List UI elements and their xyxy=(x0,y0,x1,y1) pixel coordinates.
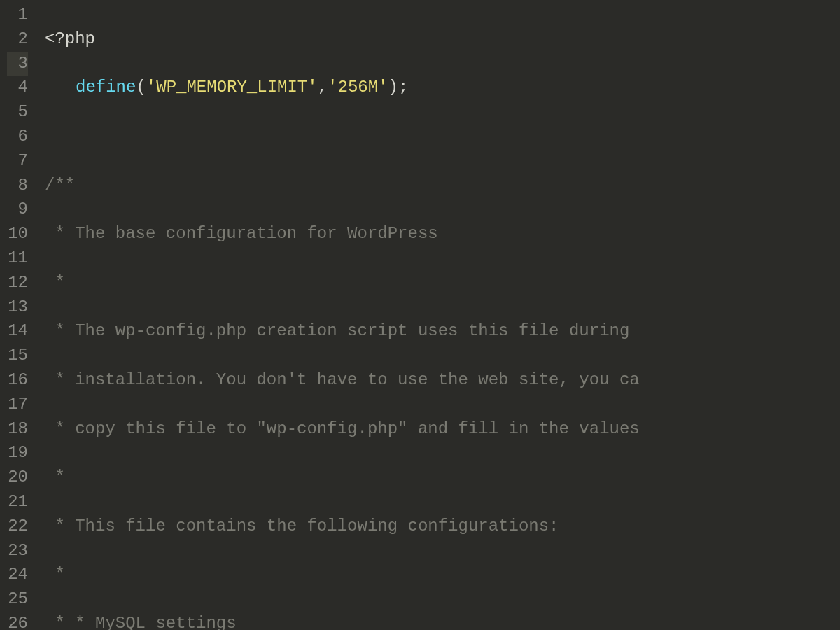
line-number: 5 xyxy=(7,100,28,125)
line-number: 12 xyxy=(7,271,28,295)
line-number: 14 xyxy=(7,319,28,344)
code-line[interactable]: * This file contains the following confi… xyxy=(45,514,840,539)
code-line[interactable]: * xyxy=(45,271,840,295)
line-number: 8 xyxy=(7,174,28,198)
function-name: define xyxy=(76,78,136,97)
line-number: 9 xyxy=(7,197,28,222)
docblock-line: * xyxy=(45,273,65,292)
docblock-line: * This file contains the following confi… xyxy=(45,517,559,536)
line-number: 16 xyxy=(7,368,28,393)
line-number: 17 xyxy=(7,393,28,417)
comma: , xyxy=(318,78,328,97)
code-line[interactable]: /** xyxy=(45,174,840,198)
docblock-line: * xyxy=(45,468,65,486)
docblock-line: * The wp-config.php creation script uses… xyxy=(45,321,640,340)
line-number: 22 xyxy=(7,514,28,539)
line-number: 24 xyxy=(7,563,28,587)
line-number: 7 xyxy=(7,149,28,174)
code-line[interactable]: * xyxy=(45,563,840,587)
line-number: 13 xyxy=(7,295,28,320)
code-line[interactable]: * * MySQL settings xyxy=(45,612,840,630)
line-number: 4 xyxy=(7,76,28,100)
line-number: 11 xyxy=(7,246,28,271)
string-literal: 'WP_MEMORY_LIMIT' xyxy=(146,78,318,97)
paren-close: ) xyxy=(388,78,398,97)
line-number: 18 xyxy=(7,417,28,442)
docblock-line: * xyxy=(45,565,65,584)
line-number-gutter: 1 2 3 4 5 6 7 8 9 10 11 12 13 14 15 16 1… xyxy=(0,0,38,630)
docblock-line: * The base configuration for WordPress xyxy=(45,224,438,243)
line-number: 25 xyxy=(7,587,28,612)
code-editor[interactable]: 1 2 3 4 5 6 7 8 9 10 11 12 13 14 15 16 1… xyxy=(0,0,840,630)
line-number: 23 xyxy=(7,539,28,564)
code-line[interactable]: define('WP_MEMORY_LIMIT','256M'); xyxy=(45,76,840,100)
line-number: 26 xyxy=(7,612,28,630)
line-number: 3 xyxy=(7,52,28,76)
docblock-line: * copy this file to "wp-config.php" and … xyxy=(45,419,640,438)
code-line[interactable]: * xyxy=(45,465,840,490)
code-line[interactable]: * installation. You don't have to use th… xyxy=(45,368,840,393)
docblock-line: * * MySQL settings xyxy=(45,614,237,630)
code-line[interactable]: <?php xyxy=(45,27,840,52)
line-number: 1 xyxy=(7,3,28,27)
paren-open: ( xyxy=(136,78,146,97)
line-number: 10 xyxy=(7,222,28,246)
line-number: 2 xyxy=(7,27,28,52)
semicolon: ; xyxy=(398,78,408,97)
line-number: 20 xyxy=(7,465,28,490)
php-open-tag: <?php xyxy=(45,29,95,48)
line-number: 19 xyxy=(7,441,28,465)
docblock-open: /** xyxy=(45,176,75,195)
line-number: 6 xyxy=(7,125,28,149)
line-number: 21 xyxy=(7,490,28,514)
code-line[interactable] xyxy=(45,125,840,149)
code-line[interactable]: * The wp-config.php creation script uses… xyxy=(45,319,840,344)
code-line[interactable]: * The base configuration for WordPress xyxy=(45,222,840,246)
string-literal: '256M' xyxy=(328,78,388,97)
code-area[interactable]: <?php define('WP_MEMORY_LIMIT','256M'); … xyxy=(38,0,840,630)
docblock-line: * installation. You don't have to use th… xyxy=(45,370,640,389)
code-line[interactable]: * copy this file to "wp-config.php" and … xyxy=(45,417,840,442)
line-number: 15 xyxy=(7,344,28,368)
